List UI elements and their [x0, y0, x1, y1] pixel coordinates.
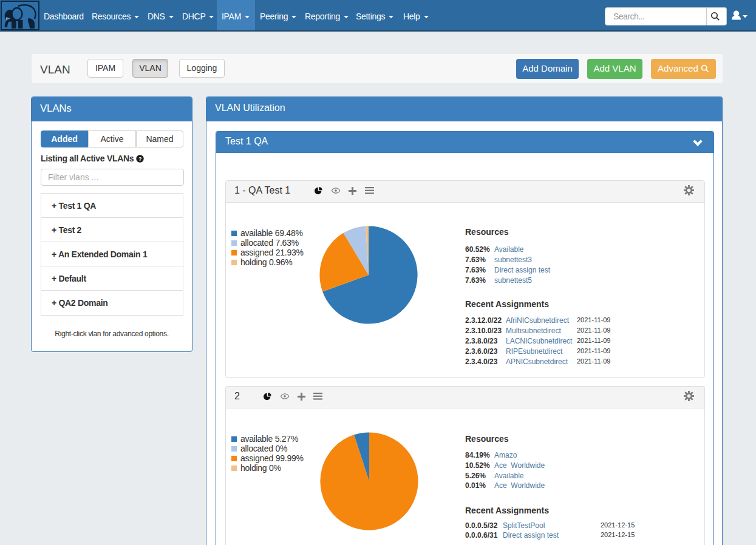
svg-text:?: ?	[138, 156, 141, 162]
